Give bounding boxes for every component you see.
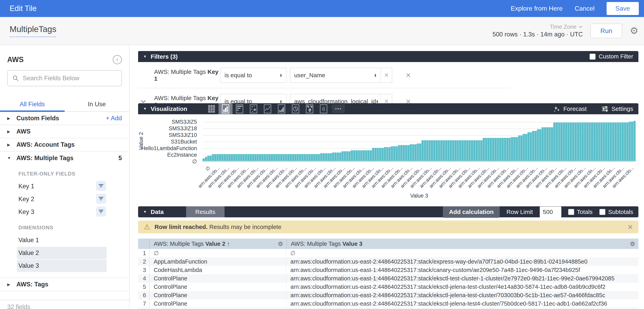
bar[interactable] [572,122,574,161]
bar[interactable] [302,154,304,161]
table-row[interactable]: 1 ∅ ∅ [138,249,638,257]
bar[interactable] [318,154,320,161]
bar[interactable] [351,150,353,161]
bar[interactable] [370,150,372,161]
bar[interactable] [233,154,235,161]
bar[interactable] [252,154,254,161]
bar[interactable] [259,154,261,161]
row-limit-input[interactable] [540,206,561,217]
viz-type-bar-icon[interactable] [232,103,246,114]
filter-value-select[interactable]: user_Name ▲▼ [290,68,381,82]
filter-operator-select[interactable]: is equal to ▲▼ [220,68,286,83]
filter-operator-select[interactable]: is equal to ▲▼ [220,94,286,104]
table-row[interactable]: 4 ControlPlane arn:aws:cloudformation:us… [138,274,638,282]
bar[interactable] [570,122,572,161]
viz-type-scatter-icon[interactable] [246,103,260,114]
bar[interactable] [254,154,256,161]
visualization-section-header[interactable]: ▼ Visualization [138,103,638,114]
bar[interactable] [217,154,219,161]
bar[interactable] [516,137,518,161]
bar[interactable] [608,122,610,161]
bar[interactable] [412,144,414,161]
bar[interactable] [598,122,600,161]
bar[interactable] [214,154,216,161]
bar[interactable] [473,140,476,161]
bar[interactable] [273,154,275,161]
bar[interactable] [485,138,487,161]
bar[interactable] [282,154,285,161]
bar[interactable] [600,122,602,161]
table-row[interactable]: 2 AppLambdaFunction arn:aws:cloudformati… [138,257,638,266]
viz-type-map-icon[interactable] [302,103,316,114]
bar[interactable] [304,154,306,161]
bar[interactable] [205,157,207,161]
bar[interactable] [530,132,532,161]
bar[interactable] [624,122,626,161]
bar[interactable] [212,154,214,161]
bar[interactable] [509,138,511,161]
bar[interactable] [290,154,292,161]
bar[interactable] [285,154,287,161]
bar[interactable] [605,122,608,161]
bar[interactable] [320,153,322,161]
bar[interactable] [582,122,584,161]
field-value-1[interactable]: Value 1 [17,234,107,246]
totals-checkbox[interactable] [568,209,574,215]
bar[interactable] [528,132,530,161]
bar[interactable] [365,150,367,161]
bar[interactable] [629,122,631,161]
filters-section-header[interactable]: ▼ Filters (3) Custom Filter [138,51,638,62]
bar[interactable] [532,131,534,161]
bar[interactable] [419,144,421,161]
viz-type-single-value-icon[interactable]: 6 [316,103,330,114]
chart-plot-area[interactable] [202,119,636,162]
bar[interactable] [245,154,247,161]
bar[interactable] [612,122,614,161]
bar[interactable] [348,151,350,161]
bar[interactable] [464,140,466,161]
filter-value-select[interactable]: aws_cloudformation_logical_id ▲▼ [290,94,381,104]
gear-icon[interactable]: ⚙ [630,26,638,36]
bar[interactable] [276,154,278,161]
bar[interactable] [316,154,318,161]
bar[interactable] [584,122,586,161]
bar[interactable] [462,140,464,161]
bar[interactable] [471,140,473,161]
bar[interactable] [450,140,452,161]
bar[interactable] [228,154,230,161]
forecast-button[interactable]: Forecast [553,106,587,112]
collapse-sidebar-icon[interactable]: ‹ [113,55,122,64]
bar[interactable] [454,140,457,161]
bar[interactable] [210,156,212,161]
bar[interactable] [490,138,492,161]
bar[interactable] [579,122,582,161]
bar[interactable] [261,154,264,161]
bar[interactable] [342,151,344,161]
bar[interactable] [596,122,598,161]
viz-type-line-icon[interactable] [260,103,274,114]
bar[interactable] [631,122,633,161]
bar[interactable] [546,127,548,161]
sidebar-group-custom-fields[interactable]: ▶ Custom Fields + Add [0,112,129,125]
bar[interactable] [306,154,308,161]
bar[interactable] [431,140,433,161]
bar[interactable] [242,154,245,161]
field-search[interactable] [7,70,122,86]
bar[interactable] [518,136,520,161]
column-header-value2[interactable]: AWS: Multiple Tags Value 2 ↑ ⚙ [150,238,286,249]
bar[interactable] [614,122,617,161]
bar[interactable] [414,144,417,161]
bar[interactable] [280,154,282,161]
bar[interactable] [236,154,238,161]
bar[interactable] [384,147,386,161]
bar[interactable] [379,148,381,161]
bar[interactable] [238,154,240,161]
viz-type-pie-icon[interactable] [288,103,302,114]
bar[interactable] [264,154,266,161]
bar[interactable] [240,154,242,161]
subtotals-checkbox[interactable] [599,209,606,215]
bar[interactable] [457,140,459,161]
bar[interactable] [382,148,384,161]
bar[interactable] [363,150,365,161]
bar[interactable] [445,140,447,161]
